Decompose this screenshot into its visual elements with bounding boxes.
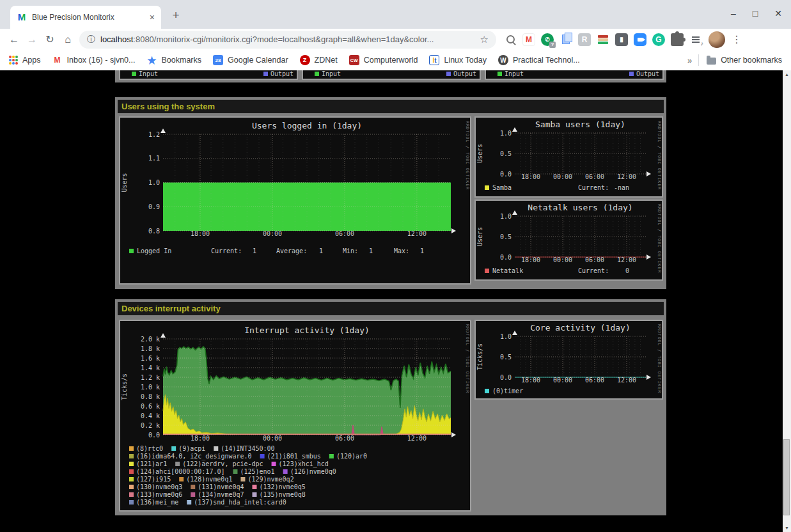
browser-toolbar: ← → ↻ ⌂ ⓘ localhost:8080/monitorix-cgi/m… (0, 29, 791, 50)
legend-input: Input (132, 70, 158, 77)
svg-text:06:00: 06:00 (335, 435, 354, 442)
other-bookmarks[interactable]: Other bookmarks (707, 56, 782, 65)
books-extension-icon[interactable] (597, 33, 609, 46)
wp-bookmark-icon: W (498, 55, 508, 65)
svg-text:1.2 k: 1.2 k (141, 374, 160, 381)
scroll-up-icon[interactable]: ▲ (783, 70, 791, 79)
page-info-icon[interactable]: ⓘ (87, 34, 95, 45)
chart-interrupt-activity[interactable]: 2.0 k1.8 k1.6 k1.4 k1.2 k1.0 k0.8 k0.6 k… (119, 320, 471, 512)
chat-extension-icon[interactable]: ✆ (541, 33, 554, 46)
reload-icon[interactable]: ↻ (41, 33, 59, 45)
zoom-extension-icon[interactable] (634, 33, 646, 46)
gmail-extension-icon[interactable]: M (522, 33, 535, 46)
svg-text:(137)snd_hda_intel:card0: (137)snd_hda_intel:card0 (194, 499, 286, 506)
bookmark-star-icon[interactable]: ☆ (480, 34, 489, 45)
chart-samba-users[interactable]: 1.00.50.018:0000:0006:0012:00Samba users… (474, 116, 663, 198)
input-swatch (132, 72, 136, 76)
puzzle-extension-icon[interactable] (671, 33, 684, 46)
other-bookmarks-label: Other bookmarks (721, 56, 782, 65)
bookmark-item[interactable]: ★Bookmarks (147, 55, 202, 65)
folder-icon (707, 58, 716, 65)
minimize-icon[interactable]: – (731, 6, 736, 20)
forward-icon[interactable]: → (23, 34, 41, 45)
legend-input: Input (315, 70, 341, 77)
svg-text:(121)ar1: (121)ar1 (136, 460, 167, 467)
bookmark-items: MInbox (16) - sjvn0...★Bookmarks28Google… (52, 55, 591, 65)
back-icon[interactable]: ← (5, 34, 23, 45)
svg-text:Ticks/s: Ticks/s (121, 373, 128, 400)
close-icon[interactable]: ✕ (774, 6, 782, 20)
browser-tab[interactable]: M Blue Precision Monitorix × (10, 6, 161, 29)
bookmark-item[interactable]: WPractical Technol... (498, 55, 580, 65)
section-users: Users using the system 1.21.11.00.90.818… (115, 97, 666, 289)
svg-text:06:00: 06:00 (585, 377, 604, 384)
monitorix-favicon: M (17, 12, 27, 22)
search-extension-icon[interactable] (504, 33, 517, 46)
svg-text:1: 1 (319, 247, 323, 254)
svg-text:1.1: 1.1 (148, 155, 160, 162)
svg-text:00:00: 00:00 (263, 230, 282, 237)
svg-text:(132)nvme0q5: (132)nvme0q5 (259, 483, 305, 490)
chart-image-users-logged-in: 1.21.11.00.90.818:0000:0006:0012:00Users… (120, 118, 470, 283)
svg-text:(0)timer: (0)timer (492, 387, 523, 395)
svg-text:(123)xhci_hcd: (123)xhci_hcd (279, 460, 329, 468)
svg-text:1.4 k: 1.4 k (141, 364, 160, 372)
svg-text:0.2 k: 0.2 k (141, 422, 160, 429)
bookmark-item[interactable]: 28Google Calendar (213, 55, 288, 65)
svg-text:0.8 k: 0.8 k (141, 393, 160, 400)
partial-graph-box: InputOutput (119, 70, 298, 80)
svg-text:18:00: 18:00 (521, 173, 540, 180)
scrollbar-thumb[interactable] (783, 439, 790, 515)
svg-text:RRDTOOL / TOBI OETIKER: RRDTOOL / TOBI OETIKER (657, 324, 662, 393)
bookmarks-divider (698, 54, 699, 66)
svg-text:00:00: 00:00 (553, 377, 572, 384)
new-tab-button[interactable]: + (168, 8, 184, 22)
svg-text:1.6 k: 1.6 k (141, 355, 160, 362)
svg-text:0.5: 0.5 (500, 150, 512, 157)
svg-text:M: M (18, 12, 26, 22)
bookmark-item[interactable]: MInbox (16) - sjvn0... (52, 55, 136, 65)
playlist-extension-icon[interactable] (689, 33, 702, 46)
svg-text:06:00: 06:00 (585, 256, 604, 263)
chart-image-samba-users: 1.00.50.018:0000:0006:0012:00Samba users… (476, 118, 662, 196)
gmail-bookmark-icon: M (52, 55, 63, 65)
lamp-extension-icon[interactable]: ▮ (615, 33, 628, 46)
tab-close-icon[interactable]: × (150, 12, 155, 22)
chart-users-logged-in[interactable]: 1.21.11.00.90.818:0000:0006:0012:00Users… (119, 116, 471, 285)
profile-avatar[interactable] (709, 31, 725, 48)
svg-text:1.0: 1.0 (148, 179, 160, 186)
svg-text:1: 1 (253, 247, 256, 254)
svg-text:2.0 k: 2.0 k (141, 336, 160, 343)
r-extension-icon[interactable]: R (578, 33, 591, 46)
svg-text:(133)nvme0q6: (133)nvme0q6 (136, 491, 182, 498)
svg-text:0.0: 0.0 (148, 432, 160, 439)
bookmark-item[interactable]: ZZDNet (300, 55, 338, 65)
svg-text:0.5: 0.5 (500, 233, 512, 240)
vertical-scrollbar[interactable]: ▲ ▼ (783, 70, 791, 532)
bookmark-apps[interactable]: Apps (9, 56, 41, 65)
browser-menu-icon[interactable]: ⋮ (730, 33, 743, 45)
scroll-down-icon[interactable]: ▼ (783, 524, 791, 532)
svg-text:Users logged in (1day): Users logged in (1day) (252, 121, 362, 130)
svg-text:18:00: 18:00 (191, 230, 210, 237)
bookmark-item[interactable]: ltLinux Today (429, 55, 487, 65)
window-titlebar: M Blue Precision Monitorix × + – □ ✕ (0, 0, 791, 29)
url-text[interactable]: localhost:8080/monitorix-cgi/monitorix.c… (100, 35, 475, 44)
bookmark-label: Linux Today (444, 56, 487, 65)
maximize-icon[interactable]: □ (753, 6, 758, 20)
chart-netatalk-users[interactable]: 1.00.50.018:0000:0006:0012:00Netatalk us… (474, 199, 663, 281)
address-bar[interactable]: ⓘ localhost:8080/monitorix-cgi/monitorix… (79, 31, 496, 49)
svg-text:00:00: 00:00 (263, 435, 282, 442)
star-bookmark-icon: ★ (147, 55, 157, 65)
copy-extension-icon[interactable] (560, 33, 572, 46)
bookmarks-overflow-icon[interactable]: » (687, 56, 692, 65)
gram-extension-icon[interactable]: G (652, 33, 665, 46)
bookmark-item[interactable]: CWComputerworld (349, 55, 418, 65)
svg-text:(125)eno1: (125)eno1 (240, 468, 274, 475)
home-icon[interactable]: ⌂ (59, 34, 77, 45)
zdnet-bookmark-icon: Z (300, 55, 310, 65)
svg-text:12:00: 12:00 (617, 173, 636, 180)
chart-core-activity[interactable]: 1.00.50.018:0000:0006:0012:00Core activi… (474, 320, 663, 400)
svg-text:12:00: 12:00 (407, 435, 427, 442)
svg-text:00:00: 00:00 (553, 256, 572, 263)
